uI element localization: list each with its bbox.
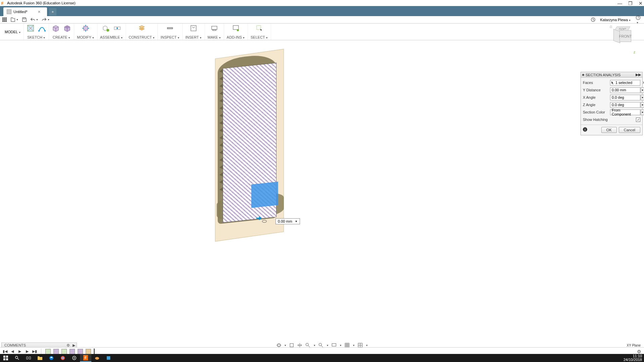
ribbon-label[interactable]: CREATE▼ [53, 35, 71, 39]
help-button[interactable]: ?▼ [636, 15, 641, 24]
paint-icon[interactable] [91, 354, 103, 362]
scripts-icon[interactable] [232, 24, 240, 32]
ribbon-label[interactable]: ASSEMBLE▼ [100, 35, 123, 39]
search-icon[interactable] [11, 354, 23, 362]
app-icon[interactable] [69, 354, 80, 362]
x-angle-input[interactable]: 0.0 deg▼ [610, 95, 640, 100]
press-pull-icon[interactable] [82, 24, 90, 32]
timeline-feature[interactable] [45, 349, 51, 354]
maximize-button[interactable]: ❐ [628, 1, 633, 6]
file-menu[interactable]: ▼ [10, 17, 18, 22]
task-view-icon[interactable] [23, 354, 34, 362]
section-color-select[interactable]: From Component▼ [610, 109, 640, 115]
chrome-icon[interactable] [57, 354, 69, 362]
extrude-icon[interactable] [63, 24, 71, 32]
tab-close-button[interactable]: ✕ [38, 10, 41, 14]
timeline-settings-icon[interactable]: ⚙ [637, 349, 641, 354]
gear-icon[interactable]: ⚙ [67, 343, 70, 348]
manipulator-eye-icon[interactable] [262, 220, 267, 223]
offset-plane-icon[interactable] [138, 24, 146, 32]
cancel-button[interactable]: Cancel [619, 127, 640, 133]
timeline-end-icon[interactable]: ▶▮ [32, 349, 37, 354]
start-button[interactable] [0, 354, 11, 362]
show-hatching-checkbox[interactable]: ✓ [636, 118, 640, 122]
svg-point-66 [319, 343, 322, 346]
timeline-start-icon[interactable]: ▮◀ [3, 349, 7, 354]
save-button[interactable] [22, 17, 27, 22]
timeline-feature[interactable] [86, 349, 91, 354]
viewport-3d[interactable]: ➜ 0.00 mm ▼ [0, 40, 644, 341]
edge-icon[interactable] [46, 354, 57, 362]
row-faces: Faces 1 selected ✕ [583, 79, 640, 86]
app-icon[interactable] [103, 354, 114, 362]
svg-rect-23 [213, 30, 216, 31]
document-tab[interactable]: Untitled* ✕ [3, 7, 47, 16]
ribbon-label[interactable]: INSPECT▼ [161, 35, 180, 39]
selection-status: XY Plane [627, 344, 641, 347]
file-explorer-icon[interactable] [34, 354, 46, 362]
close-button[interactable]: ✕ [639, 1, 643, 6]
new-component-icon[interactable] [102, 24, 110, 32]
box-icon[interactable] [52, 24, 60, 32]
ribbon-label[interactable]: MAKE▼ [208, 35, 221, 39]
selection-value: 1 selected [615, 81, 632, 85]
workspace-switcher[interactable]: MODEL▼ [2, 24, 24, 40]
ribbon-label[interactable]: ADD-INS▼ [227, 35, 245, 39]
svg-rect-6 [2, 20, 4, 22]
y-distance-input[interactable]: 0.00 mm▼ [610, 87, 640, 93]
timeline-feature[interactable] [78, 349, 83, 354]
svg-rect-75 [27, 357, 28, 359]
home-view-icon[interactable]: ⌂ [610, 24, 612, 29]
timeline-feature[interactable] [53, 349, 59, 354]
job-status-icon[interactable] [591, 17, 596, 22]
ok-button[interactable]: OK [601, 127, 617, 133]
user-menu[interactable]: Katarzyna Plewa▼ [600, 18, 631, 22]
measure-icon[interactable] [166, 24, 174, 32]
quick-access-toolbar: ▼ ▼ ▼ Katarzyna Plewa▼ ?▼ [0, 16, 644, 24]
create-sketch-icon[interactable] [27, 24, 35, 32]
svg-rect-71 [6, 356, 8, 358]
panel-header[interactable]: SECTION ANALYSIS ▶▶ [581, 72, 642, 78]
new-tab-button[interactable]: + [49, 8, 56, 15]
viewcube-front[interactable]: FRONT [619, 30, 631, 42]
row-x-angle: X Angle 0.0 deg▼ [583, 94, 640, 101]
dimension-input[interactable]: 0.00 mm ▼ [275, 218, 300, 224]
info-icon[interactable]: i [583, 127, 587, 132]
timeline-feature[interactable] [61, 349, 67, 354]
svg-point-16 [106, 29, 109, 32]
print-3d-icon[interactable] [210, 24, 218, 32]
expand-icon[interactable]: ▶▶ [636, 73, 641, 77]
joint-icon[interactable] [113, 24, 121, 32]
fusion-icon[interactable]: F [80, 354, 91, 362]
insert-derive-icon[interactable] [189, 24, 198, 32]
minimize-button[interactable]: — [617, 1, 622, 6]
timeline-back-icon[interactable]: ◀ [10, 349, 15, 354]
redo-button[interactable]: ▼ [42, 17, 50, 22]
line-icon[interactable] [38, 24, 46, 32]
system-tray[interactable]: 11:10 24/10/2018 [624, 354, 642, 362]
ribbon-label[interactable]: CONSTRUCT▼ [129, 35, 155, 39]
clear-selection-button[interactable]: ✕ [642, 81, 644, 85]
manipulator-arrow[interactable]: ➜ [256, 214, 262, 222]
expand-icon[interactable]: ▶ [73, 343, 75, 348]
timeline-play-icon[interactable]: ▶ [17, 349, 22, 354]
collapse-dot-icon[interactable] [582, 74, 584, 76]
undo-button[interactable]: ▼ [30, 17, 38, 22]
timeline-feature[interactable] [70, 349, 75, 354]
dropdown-arrow-icon[interactable]: ▼ [295, 220, 298, 223]
ribbon-label[interactable]: SKETCH▼ [27, 35, 45, 39]
faces-selection[interactable]: 1 selected ✕ [610, 80, 640, 86]
select-icon[interactable] [255, 24, 263, 32]
ribbon-label[interactable]: SELECT▼ [251, 35, 268, 39]
ribbon-label[interactable]: INSERT▼ [185, 35, 202, 39]
ribbon-group-addins: ADD-INS▼ [224, 24, 248, 40]
timeline-marker[interactable] [94, 349, 95, 355]
timeline-forward-icon[interactable]: ▶ [25, 349, 30, 354]
viewcube[interactable]: TOP FRONT [612, 25, 634, 47]
data-panel-button[interactable] [2, 17, 7, 22]
selected-face[interactable] [251, 182, 278, 208]
row-y-distance: Y Distance 0.00 mm▼ [583, 86, 640, 94]
ribbon-label[interactable]: MODIFY▼ [77, 35, 94, 39]
field-label: Z Angle [583, 103, 610, 107]
z-angle-input[interactable]: 0.0 deg▼ [610, 102, 640, 108]
